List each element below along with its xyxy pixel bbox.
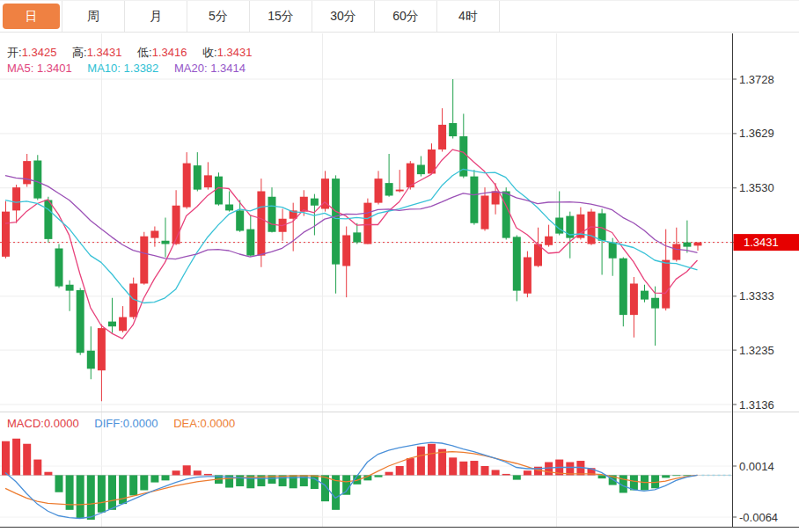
macd-hist-bar (481, 466, 489, 475)
macd-info-row: MACD:0.0000 DIFF:0.0000 DEA:0.0000 (7, 417, 247, 430)
candle-body (353, 232, 361, 242)
ohlc-info-row: 开:1.3425 高:1.3431 低:1.3416 收:1.3431 (7, 45, 264, 61)
price-axis-label: 1.3136 (739, 398, 774, 412)
macd-hist-bar (513, 475, 521, 479)
ma5-label: MA5: (7, 62, 33, 75)
price-axis-label: 1.3235 (739, 344, 774, 357)
tab-month[interactable]: 月 (125, 1, 187, 32)
candle-body (246, 230, 254, 256)
macd-hist-bar (407, 458, 414, 475)
chart-canvas[interactable]: 1.37281.36291.35301.33331.32351.31361.34… (0, 0, 799, 532)
candle-body (204, 175, 212, 187)
macd-hist-bar (236, 475, 244, 486)
macd-hist-bar (129, 475, 137, 495)
price-axis-label: 1.3629 (739, 127, 774, 140)
ma5-line (5, 149, 698, 339)
macd-hist-bar (672, 475, 680, 476)
candle-body (87, 351, 95, 369)
high-label: 高: (72, 46, 87, 59)
candle-body (225, 205, 233, 211)
macd-hist-bar (87, 475, 95, 520)
ma10-label: MA10: (87, 62, 121, 75)
candle-body (694, 243, 702, 246)
tab-60min[interactable]: 60分 (375, 1, 437, 32)
macd-hist-bar (77, 475, 84, 518)
high-value: 1.3431 (87, 46, 122, 59)
low-value: 1.3416 (152, 46, 187, 59)
timeframe-tabbar: 日 周 月 5分 15分 30分 60分 4时 (0, 0, 799, 33)
candle-body (77, 290, 84, 353)
current-price-tag-text: 1.3431 (744, 236, 779, 249)
candle-body (66, 285, 74, 291)
price-axis-label: 1.3530 (739, 181, 774, 194)
diff-value: 0.0000 (123, 417, 158, 430)
macd-hist-bar (194, 470, 202, 475)
candle-body (449, 123, 457, 136)
macd-hist-bar (108, 475, 116, 509)
candle-body (332, 179, 340, 265)
candle-body (108, 322, 116, 327)
macd-hist-bar (449, 457, 457, 475)
candle-body (342, 236, 350, 266)
macd-hist-bar (55, 475, 63, 492)
candle-body (44, 200, 52, 239)
macd-panel: 0.0014-0.0064 (0, 439, 778, 524)
candle-body (524, 258, 531, 294)
candle-body (98, 328, 106, 370)
candle-body (513, 237, 521, 290)
macd-hist-bar (492, 470, 500, 475)
tab-5min[interactable]: 5分 (187, 1, 250, 32)
candle-body (672, 244, 680, 260)
candle-body (183, 164, 191, 208)
candle-body (630, 284, 638, 316)
tab-week[interactable]: 周 (62, 1, 125, 32)
candle-body (641, 291, 649, 300)
tab-30min[interactable]: 30分 (312, 1, 375, 32)
tab-day-label: 日 (3, 4, 60, 29)
macd-hist-bar (428, 444, 436, 476)
macd-axis-label: 0.0014 (739, 460, 774, 473)
candle-body (481, 196, 489, 230)
candle-body (619, 259, 627, 315)
macd-label: MACD: (7, 417, 44, 430)
ma20-value: 1.3414 (210, 62, 246, 75)
candle-body (55, 249, 63, 287)
candle-body (375, 179, 383, 203)
price-panel: 1.37281.36291.35301.33331.32351.31361.34… (0, 33, 799, 527)
macd-hist-bar (140, 475, 148, 490)
tab-day[interactable]: 日 (0, 1, 62, 32)
candle-body (555, 218, 563, 234)
candle-body (257, 192, 265, 256)
candle-body (215, 177, 223, 205)
tab-15min[interactable]: 15分 (250, 1, 312, 32)
candle-body (119, 317, 127, 332)
macd-hist-bar (183, 465, 191, 475)
macd-hist-bar (375, 475, 383, 477)
macd-hist-bar (662, 475, 670, 477)
ma10-value: 1.3382 (124, 62, 159, 75)
dea-label: DEA: (173, 417, 200, 430)
candle-body (311, 199, 319, 206)
open-value: 1.3425 (22, 46, 57, 59)
macd-axis-label: -0.0064 (739, 511, 778, 524)
candle-body (609, 243, 617, 259)
macd-hist-bar (459, 462, 467, 476)
macd-hist-bar (311, 475, 319, 489)
candle-body (502, 192, 510, 238)
diff-label: DIFF: (94, 417, 123, 430)
candle-body (2, 212, 10, 257)
macd-hist-bar (12, 439, 20, 476)
candle-body (363, 203, 371, 244)
macd-hist-bar (162, 475, 170, 480)
macd-hist-bar (2, 441, 10, 476)
macd-hist-bar (44, 472, 52, 476)
ma20-label: MA20: (174, 62, 208, 75)
candle-body (236, 210, 244, 230)
candle-body (23, 161, 31, 184)
macd-hist-bar (150, 475, 158, 482)
candle-body (417, 165, 425, 175)
candle-body (470, 177, 478, 223)
dea-value: 0.0000 (201, 417, 236, 430)
candle-body (12, 187, 20, 210)
tab-4hour[interactable]: 4时 (437, 1, 500, 32)
